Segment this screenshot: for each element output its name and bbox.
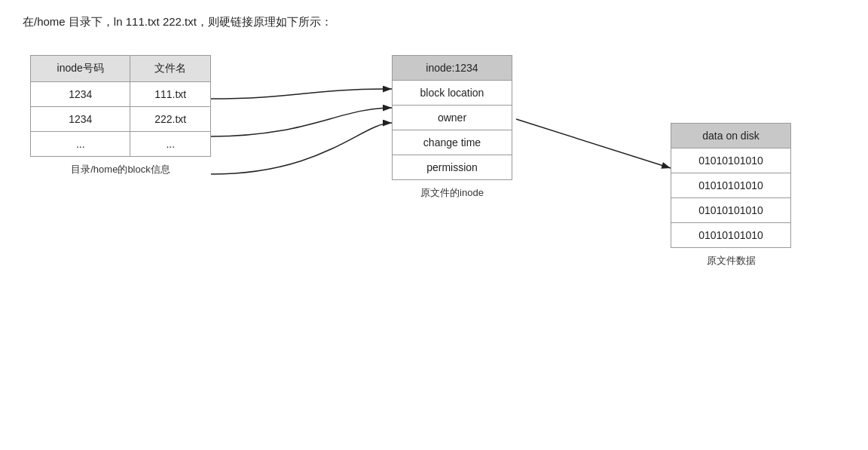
dir-row2-inode: 1234: [31, 107, 130, 132]
inode-row-owner: owner: [393, 106, 512, 130]
inode-row-change-time: change time: [393, 130, 512, 155]
disk-row-2: 01010101010: [671, 173, 790, 198]
inode-box: inode:1234 block location owner change t…: [392, 55, 512, 180]
disk-header: data on disk: [671, 124, 790, 148]
inode-box-container: inode:1234 block location owner change t…: [392, 55, 512, 200]
diagram-area: inode号码 文件名 1234 111.txt 1234 222.txt ..…: [23, 47, 845, 417]
inode-caption: 原文件的inode: [392, 186, 512, 200]
dir-row2-filename: 222.txt: [130, 107, 211, 132]
disk-row-3: 01010101010: [671, 198, 790, 223]
table-row: 1234 222.txt: [31, 107, 211, 132]
page-container: 在/home 目录下，ln 111.txt 222.txt，则硬链接原理如下所示…: [0, 0, 868, 450]
table-row: 1234 111.txt: [31, 82, 211, 107]
dir-row3-filename: ...: [130, 132, 211, 157]
disk-caption: 原文件数据: [671, 254, 791, 268]
dir-row1-filename: 111.txt: [130, 82, 211, 107]
disk-row-1: 01010101010: [671, 148, 790, 173]
intro-text: 在/home 目录下，ln 111.txt 222.txt，则硬链接原理如下所示…: [23, 15, 845, 29]
inode-row-permission: permission: [393, 155, 512, 179]
dir-table-header-inode: inode号码: [31, 56, 130, 82]
dir-table-caption: 目录/home的block信息: [30, 163, 211, 176]
dir-row3-inode: ...: [31, 132, 130, 157]
dir-table: inode号码 文件名 1234 111.txt 1234 222.txt ..…: [30, 55, 211, 157]
disk-box-container: data on disk 01010101010 01010101010 010…: [671, 123, 791, 268]
inode-row-block-location: block location: [393, 81, 512, 106]
dir-table-header-filename: 文件名: [130, 56, 211, 82]
dir-row1-inode: 1234: [31, 82, 130, 107]
disk-box: data on disk 01010101010 01010101010 010…: [671, 123, 791, 248]
dir-table-container: inode号码 文件名 1234 111.txt 1234 222.txt ..…: [30, 55, 211, 176]
disk-row-4: 01010101010: [671, 223, 790, 247]
inode-header: inode:1234: [393, 56, 512, 81]
table-row: ... ...: [31, 132, 211, 157]
